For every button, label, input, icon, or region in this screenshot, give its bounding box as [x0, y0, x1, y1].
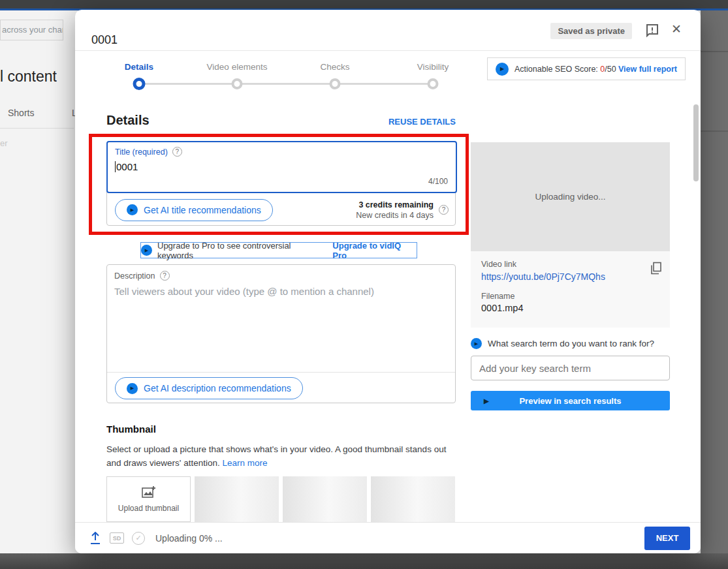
title-char-counter: 4/100: [428, 177, 448, 186]
close-icon[interactable]: ✕: [669, 22, 684, 37]
background-filter-text: er: [0, 138, 8, 148]
add-photo-icon: [141, 485, 157, 500]
preview-in-search-results-button[interactable]: ▶ Preview in search results: [471, 391, 670, 410]
stepper-connector: [139, 83, 433, 85]
screen: across your channel l content Shorts L e…: [0, 0, 728, 569]
sd-quality-icon: SD: [110, 532, 124, 544]
reuse-details-link[interactable]: REUSE DETAILS: [106, 117, 456, 127]
ai-title-row: ▶ Get AI title recommendations 3 credits…: [107, 193, 456, 226]
learn-more-link[interactable]: Learn more: [222, 458, 267, 468]
upgrade-to-pro-link[interactable]: Upgrade to vidIQ Pro: [332, 241, 417, 260]
copy-icon[interactable]: [650, 262, 662, 278]
vidiq-seo-score-box: ▶ Actionable SEO Score: 0/50 View full r…: [487, 57, 686, 80]
vidiq-icon: ▶: [127, 204, 138, 215]
upload-thumbnail-button[interactable]: Upload thumbnail: [106, 476, 191, 522]
title-card: Title (required) ? 0001 4/100 ▶ Get AI t…: [106, 141, 456, 226]
video-uploading-area: Uploading video...: [471, 142, 670, 251]
text-caret: [115, 161, 116, 172]
background-tab-divider: [0, 128, 74, 129]
vidiq-icon: ▶: [141, 245, 152, 256]
thumbnail-heading: Thumbnail: [106, 423, 156, 435]
background-overlay-right: [701, 10, 728, 554]
vidiq-icon: ▶: [496, 63, 509, 76]
background-tab-shorts[interactable]: Shorts: [8, 108, 34, 118]
help-icon[interactable]: ?: [439, 205, 449, 215]
checks-status-icon: ✓: [132, 532, 145, 545]
step-dot-details[interactable]: [133, 78, 146, 90]
thumbnail-placeholder[interactable]: [371, 476, 455, 522]
dialog-title: 0001: [91, 33, 118, 47]
step-checks[interactable]: Checks: [320, 62, 349, 72]
help-icon[interactable]: ?: [160, 271, 170, 281]
video-info-panel: Video link https://youtu.be/0Pj7Cy7MQhs …: [471, 251, 670, 328]
vidiq-play-icon: ▶: [484, 397, 489, 405]
upload-status-text: Uploading 0% ...: [155, 533, 223, 544]
step-video-elements[interactable]: Video elements: [207, 62, 268, 72]
video-link-label: Video link: [481, 260, 659, 269]
vidiq-upgrade-banner: ▶ Upgrade to Pro to see controversial ke…: [140, 242, 417, 258]
thumbnail-row: Upload thumbnail: [106, 476, 459, 522]
background-overlay-bottom: [0, 553, 728, 569]
description-card[interactable]: Description ? Tell viewers about your vi…: [106, 264, 456, 403]
description-placeholder: Tell viewers about your video (type @ to…: [114, 286, 374, 297]
background-overlay-line: [701, 51, 728, 52]
header-divider: [75, 50, 701, 51]
background-search-box[interactable]: across your channel: [0, 20, 63, 40]
upload-dialog: 0001 Saved as private ✕ Details Video el…: [75, 10, 701, 553]
step-dot-checks[interactable]: [330, 78, 341, 89]
thumbnail-placeholder[interactable]: [283, 476, 367, 522]
ai-description-row: ▶ Get AI description recommendations: [115, 377, 303, 399]
dialog-footer: SD ✓ Uploading 0% ... NEXT: [75, 522, 701, 553]
filename-value: 0001.mp4: [481, 303, 659, 313]
upgrade-text: Upgrade to Pro to see controversial keyw…: [157, 241, 327, 260]
seo-score-label: Actionable SEO Score: 0/50: [514, 65, 616, 74]
next-button[interactable]: NEXT: [644, 527, 690, 550]
upload-progress-icon: [89, 532, 101, 545]
background-page-heading: l content: [0, 68, 57, 85]
step-dot-visibility[interactable]: [428, 78, 439, 89]
background-overlay-line: [701, 131, 728, 132]
credits-info: 3 credits remaining New credits in 4 day…: [356, 200, 434, 221]
key-search-term-input[interactable]: [471, 356, 670, 380]
saved-status-badge: Saved as private: [550, 23, 632, 39]
video-preview-card: Uploading video... Video link https://yo…: [471, 142, 670, 328]
title-label: Title (required) ?: [115, 147, 182, 157]
title-value: 0001: [115, 161, 138, 172]
dialog-scrollbar[interactable]: [693, 104, 699, 181]
get-ai-title-button[interactable]: ▶ Get AI title recommendations: [115, 199, 273, 221]
background-top-bar: [0, 0, 728, 9]
video-link[interactable]: https://youtu.be/0Pj7Cy7MQhs: [481, 271, 659, 282]
description-label: Description ?: [114, 271, 170, 281]
vidiq-icon: ▶: [471, 338, 482, 349]
background-page: across your channel l content Shorts L e…: [0, 10, 76, 554]
thumbnail-placeholder[interactable]: [195, 476, 279, 522]
step-dot-video-elements[interactable]: [232, 78, 243, 89]
thumbnail-description: Select or upload a picture that shows wh…: [106, 442, 459, 470]
step-details[interactable]: Details: [125, 62, 153, 72]
title-input[interactable]: Title (required) ? 0001 4/100: [106, 141, 457, 193]
step-visibility[interactable]: Visibility: [417, 62, 449, 72]
get-ai-description-button[interactable]: ▶ Get AI description recommendations: [115, 377, 303, 399]
feedback-icon[interactable]: [645, 23, 659, 37]
help-icon[interactable]: ?: [172, 147, 182, 157]
view-full-report-link[interactable]: View full report: [618, 65, 677, 74]
description-divider: [107, 372, 455, 373]
filename-label: Filename: [481, 292, 659, 301]
vidiq-icon: ▶: [127, 383, 138, 394]
vidiq-search-question: ▶ What search term do you want to rank f…: [471, 338, 670, 349]
